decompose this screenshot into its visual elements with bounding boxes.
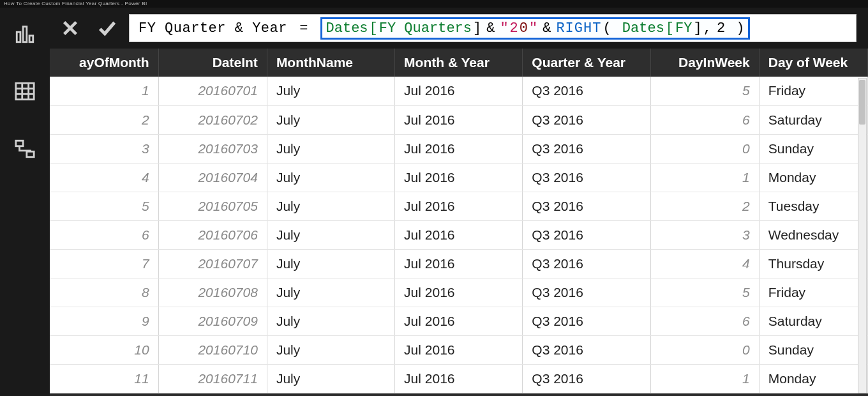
formula-input[interactable]: FY Quarter & Year = Dates [ FY Quarters … — [129, 14, 857, 42]
cell-dateint[interactable]: 20160709 — [158, 307, 267, 335]
cell-dateint[interactable]: 20160711 — [158, 364, 267, 393]
col-monthname[interactable]: MonthName — [267, 49, 394, 77]
table-row[interactable]: 420160704JulyJul 2016Q3 20161Monday — [50, 163, 868, 192]
cell-dateint[interactable]: 20160701 — [158, 77, 267, 105]
cell-quarteryear[interactable]: Q3 2016 — [523, 192, 650, 220]
cell-monthyear[interactable]: Jul 2016 — [395, 335, 523, 364]
cell-quarteryear[interactable]: Q3 2016 — [523, 335, 650, 364]
cell-dayofweek[interactable]: Sunday — [759, 134, 867, 163]
table-row[interactable]: 820160708JulyJul 2016Q3 20165Friday — [50, 278, 868, 307]
cell-quarteryear[interactable]: Q3 2016 — [523, 163, 650, 192]
cell-dayinweek[interactable]: 5 — [650, 278, 759, 307]
cell-dateint[interactable]: 20160710 — [158, 335, 267, 364]
table-row[interactable]: 120160701JulyJul 2016Q3 20165Friday — [50, 77, 868, 105]
cell-dayofweek[interactable]: Sunday — [759, 335, 867, 364]
cell-monthname[interactable]: July — [267, 77, 394, 105]
cell-quarteryear[interactable]: Q3 2016 — [523, 105, 650, 134]
cell-dayofmonth[interactable]: 5 — [50, 192, 158, 220]
cell-dayofweek[interactable]: Friday — [759, 278, 867, 307]
cell-dayinweek[interactable]: 2 — [650, 192, 759, 220]
col-dayofweek[interactable]: Day of Week — [759, 49, 867, 77]
cell-dayofweek[interactable]: Tuesday — [759, 192, 867, 220]
cell-dayofweek[interactable]: Thursday — [759, 249, 867, 278]
cell-dayinweek[interactable]: 1 — [650, 364, 759, 393]
cell-dayofweek[interactable]: Monday — [759, 364, 867, 393]
model-view-button[interactable] — [10, 134, 40, 164]
report-view-button[interactable] — [10, 19, 40, 49]
data-grid-scroll[interactable]: ayOfMonth DateInt MonthName Month & Year… — [50, 49, 868, 396]
cell-monthyear[interactable]: Jul 2016 — [395, 364, 523, 393]
cell-dayinweek[interactable]: 0 — [650, 134, 759, 163]
cell-monthyear[interactable]: Jul 2016 — [395, 134, 523, 163]
cell-dayinweek[interactable]: 3 — [650, 220, 759, 249]
cell-monthyear[interactable]: Jul 2016 — [395, 307, 523, 335]
cell-dayofweek[interactable]: Monday — [759, 163, 867, 192]
col-dayofmonth[interactable]: ayOfMonth — [50, 49, 158, 77]
table-row[interactable]: 220160702JulyJul 2016Q3 20166Saturday — [50, 105, 868, 134]
cell-dayofmonth[interactable]: 1 — [50, 77, 158, 105]
table-row[interactable]: 320160703JulyJul 2016Q3 20160Sunday — [50, 134, 868, 163]
cell-dateint[interactable]: 20160707 — [158, 249, 267, 278]
cell-quarteryear[interactable]: Q3 2016 — [523, 220, 650, 249]
cell-dayofmonth[interactable]: 10 — [50, 335, 158, 364]
cell-dayofmonth[interactable]: 8 — [50, 278, 158, 307]
cell-dayofweek[interactable]: Saturday — [759, 105, 867, 134]
table-row[interactable]: 1020160710JulyJul 2016Q3 20160Sunday — [50, 335, 868, 364]
cell-quarteryear[interactable]: Q3 2016 — [523, 278, 650, 307]
cell-monthname[interactable]: July — [267, 163, 394, 192]
cell-dayinweek[interactable]: 1 — [650, 163, 759, 192]
cell-monthname[interactable]: July — [267, 249, 394, 278]
cell-dayofmonth[interactable]: 11 — [50, 364, 158, 393]
cell-dayofmonth[interactable]: 3 — [50, 134, 158, 163]
cell-dayofmonth[interactable]: 7 — [50, 249, 158, 278]
cell-monthyear[interactable]: Jul 2016 — [395, 163, 523, 192]
table-row[interactable]: 1120160711JulyJul 2016Q3 20161Monday — [50, 364, 868, 393]
cell-dateint[interactable]: 20160705 — [158, 192, 267, 220]
cell-monthname[interactable]: July — [267, 335, 394, 364]
cell-dayinweek[interactable]: 4 — [650, 249, 759, 278]
cell-monthname[interactable]: July — [267, 134, 394, 163]
cell-quarteryear[interactable]: Q3 2016 — [523, 77, 650, 105]
cell-dayinweek[interactable]: 5 — [650, 77, 759, 105]
cell-dayofmonth[interactable]: 6 — [50, 220, 158, 249]
cell-monthyear[interactable]: Jul 2016 — [395, 220, 523, 249]
cell-dayofmonth[interactable]: 2 — [50, 105, 158, 134]
cell-dayofweek[interactable]: Wednesday — [759, 220, 867, 249]
table-row[interactable]: 920160709JulyJul 2016Q3 20166Saturday — [50, 307, 868, 335]
col-monthyear[interactable]: Month & Year — [395, 49, 523, 77]
cell-quarteryear[interactable]: Q3 2016 — [523, 249, 650, 278]
table-row[interactable]: 520160705JulyJul 2016Q3 20162Tuesday — [50, 192, 868, 220]
data-view-button[interactable] — [10, 77, 40, 106]
cell-monthname[interactable]: July — [267, 105, 394, 134]
cell-monthyear[interactable]: Jul 2016 — [395, 192, 523, 220]
cell-dateint[interactable]: 20160708 — [158, 278, 267, 307]
cell-quarteryear[interactable]: Q3 2016 — [523, 134, 650, 163]
cell-monthyear[interactable]: Jul 2016 — [395, 105, 523, 134]
cell-dayofweek[interactable]: Friday — [759, 77, 867, 105]
formula-commit-button[interactable] — [92, 13, 123, 43]
cell-dateint[interactable]: 20160702 — [158, 105, 267, 134]
cell-monthname[interactable]: July — [267, 192, 394, 220]
col-quarteryear[interactable]: Quarter & Year — [523, 49, 650, 77]
col-dayinweek[interactable]: DayInWeek — [650, 49, 759, 77]
cell-quarteryear[interactable]: Q3 2016 — [523, 307, 650, 335]
cell-monthyear[interactable]: Jul 2016 — [395, 77, 523, 105]
cell-dayofweek[interactable]: Saturday — [759, 307, 867, 335]
cell-dayinweek[interactable]: 6 — [650, 307, 759, 335]
cell-dateint[interactable]: 20160704 — [158, 163, 267, 192]
cell-monthname[interactable]: July — [267, 307, 394, 335]
table-row[interactable]: 620160706JulyJul 2016Q3 20163Wednesday — [50, 220, 868, 249]
cell-quarteryear[interactable]: Q3 2016 — [523, 364, 650, 393]
cell-monthname[interactable]: July — [267, 364, 394, 393]
table-row[interactable]: 720160707JulyJul 2016Q3 20164Thursday — [50, 249, 868, 278]
cell-monthyear[interactable]: Jul 2016 — [395, 249, 523, 278]
cell-dayofmonth[interactable]: 9 — [50, 307, 158, 335]
col-dateint[interactable]: DateInt — [158, 49, 267, 77]
cell-monthname[interactable]: July — [267, 278, 394, 307]
cell-monthname[interactable]: July — [267, 220, 394, 249]
formula-cancel-button[interactable] — [55, 13, 86, 43]
cell-dateint[interactable]: 20160706 — [158, 220, 267, 249]
cell-dateint[interactable]: 20160703 — [158, 134, 267, 163]
scrollbar-thumb[interactable] — [859, 80, 865, 125]
cell-dayofmonth[interactable]: 4 — [50, 163, 158, 192]
